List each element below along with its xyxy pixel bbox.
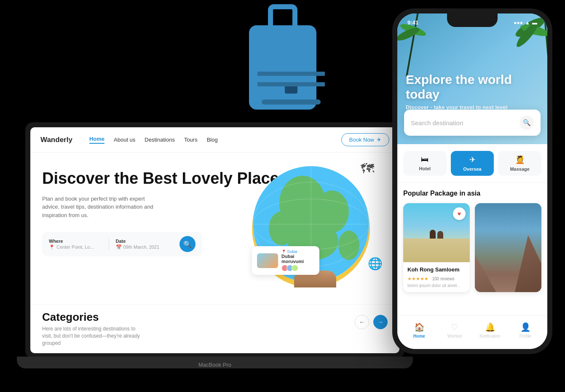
signal-icon: ●●● [514, 20, 523, 26]
luggage-stripe-2 [257, 82, 325, 86]
time-display: 9:41 [407, 19, 418, 26]
package-card-2: Long-Tail Bo... ★★★★★ 100 Lorem ipsum do… [475, 203, 541, 292]
categories-next-button[interactable]: → [373, 315, 388, 329]
date-field[interactable]: Date 📅 09th March, 2021 [109, 239, 176, 250]
dubai-pin-label: Dubai [287, 250, 297, 254]
phone-tab-massage[interactable]: 💆 Massage [498, 151, 541, 176]
pin-icon: 📍 [49, 244, 55, 250]
home-nav-label: Home [413, 334, 425, 338]
hotel-label: Hotel [419, 166, 431, 171]
phone-tab-hotel[interactable]: 🛏 Hotel [403, 151, 447, 176]
macbook-screen: Wanderly Home About us Destinations Tour… [25, 122, 404, 358]
packages-section-title: Popular Package in asia [403, 190, 541, 197]
package-2-image [475, 203, 541, 262]
package-1-stars: ★★★★★ [407, 276, 428, 281]
status-right: ●●● ▲ ▬ [514, 19, 537, 26]
iphone-notch [447, 13, 498, 27]
dubai-name: Dubai moruvumi [281, 254, 314, 264]
hotel-icon: 🛏 [421, 155, 428, 164]
macbook-label: MacBook Pro [25, 358, 404, 368]
dubai-pin-icon: 📍 [281, 250, 286, 254]
oversea-label: Oversea [463, 166, 481, 172]
svg-point-5 [269, 212, 294, 245]
notification-nav-label: Notification [479, 334, 500, 338]
oversea-icon: ✈ [469, 155, 476, 164]
avatar-3 [292, 265, 298, 271]
iphone-screen: 9:41 ●●● ▲ ▬ Explore the world today Dis… [397, 13, 547, 349]
where-label: Where [49, 239, 102, 244]
phone-category-tabs: 🛏 Hotel ✈ Oversea 💆 Massage [397, 144, 547, 183]
nav-link-about[interactable]: About us [114, 137, 135, 143]
luggage-handle [268, 4, 297, 27]
battery-icon: ▬ [532, 20, 537, 26]
nav-link-blog[interactable]: Blog [207, 137, 218, 143]
dubai-info: 📍 Dubai Dubai moruvumi [281, 250, 314, 271]
nav-link-destinations[interactable]: Destinations [145, 137, 175, 143]
phone-search-placeholder: Search destination [411, 119, 463, 126]
hero-search-bar: Where 📍 Center Point, Lo... Date 📅 09th … [42, 232, 202, 256]
iphone-outer: 9:41 ●●● ▲ ▬ Explore the world today Dis… [392, 8, 552, 354]
categories-subtitle: Here are lots of interesting destination… [42, 325, 143, 346]
phone-search-bar[interactable]: Search destination 🔍 [404, 110, 541, 136]
phone-nav-wishlist[interactable]: ♡ Wishlist [437, 322, 472, 338]
luggage-body [249, 25, 316, 110]
search-button[interactable]: 🔍 [179, 236, 195, 252]
compass-icon: 🌐 [368, 257, 383, 271]
phone-nav-notification[interactable]: 🔔 Notification [472, 322, 508, 338]
date-label: Date [116, 239, 169, 244]
categories-prev-button[interactable]: ← [355, 315, 369, 329]
dubai-avatars [281, 265, 314, 271]
package-card-1: ♥ Koh Rong Samloem ★★★★★ 100 reviews lor… [403, 203, 470, 292]
globe-area: 🗺 🌐 📍 Dubai Dubai moruvumi [244, 153, 387, 296]
iphone-device: 9:41 ●●● ▲ ▬ Explore the world today Dis… [392, 8, 552, 379]
massage-label: Massage [510, 166, 529, 172]
massage-icon: 💆 [515, 155, 525, 164]
where-value: 📍 Center Point, Lo... [49, 244, 102, 250]
wifi-icon: ▲ [525, 20, 530, 26]
phone-hero-text: Explore the world today Discover - take … [406, 72, 539, 110]
package-1-reviews: 100 reviews [432, 277, 454, 281]
website-content: Wanderly Home About us Destinations Tour… [30, 127, 399, 353]
profile-nav-icon: 👤 [520, 322, 531, 332]
phone-hero-title: Explore the world today [406, 72, 539, 102]
macbook-device: Wanderly Home About us Destinations Tour… [25, 122, 404, 379]
hero-subtitle: Plan and book your perfect trip with exp… [42, 195, 160, 220]
phone-nav-profile[interactable]: 👤 Profile [508, 322, 543, 338]
phone-nav-home[interactable]: 🏠 Home [402, 322, 437, 338]
package-1-desc: lorem ipsum dolor sit amet... [407, 283, 466, 288]
map-icon: 🗺 [361, 161, 374, 177]
phone-search-icon-button[interactable]: 🔍 [519, 115, 534, 130]
packages-row: ♥ Koh Rong Samloem ★★★★★ 100 reviews lor… [403, 203, 541, 292]
package-1-wishlist-button[interactable]: ♥ [453, 207, 466, 220]
website-nav: Wanderly Home About us Destinations Tour… [30, 127, 399, 153]
where-field[interactable]: Where 📍 Center Point, Lo... [49, 239, 109, 250]
date-value: 📅 09th March, 2021 [116, 244, 169, 250]
search-icon: 🔍 [523, 119, 531, 126]
home-nav-icon: 🏠 [414, 322, 425, 332]
dubai-card: 📍 Dubai Dubai moruvumi [252, 246, 319, 275]
wishlist-nav-label: Wishlist [447, 334, 462, 338]
phone-tab-oversea[interactable]: ✈ Oversea [451, 151, 494, 176]
wishlist-nav-icon: ♡ [451, 322, 458, 332]
nav-link-home[interactable]: Home [89, 136, 104, 144]
categories-title: Categories [42, 311, 143, 324]
luggage-icon [241, 0, 325, 122]
phone-packages-section: Popular Package in asia [397, 183, 547, 299]
phone-bottom-nav: 🏠 Home ♡ Wishlist 🔔 Notification 👤 Profi… [397, 315, 547, 349]
phone-hero: 9:41 ●●● ▲ ▬ Explore the world today Dis… [397, 13, 547, 144]
luggage-stripe-1 [257, 72, 325, 76]
notification-nav-icon: 🔔 [485, 322, 495, 332]
profile-nav-label: Profile [519, 334, 531, 338]
website-logo: Wanderly [40, 136, 72, 144]
categories-header: Categories Here are lots of interesting … [42, 311, 388, 346]
nav-link-tours[interactable]: Tours [184, 137, 198, 143]
calendar-icon: 📅 [116, 244, 122, 250]
search-icon: 🔍 [183, 240, 192, 248]
package-1-info: Koh Rong Samloem ★★★★★ 100 reviews lorem… [403, 262, 470, 292]
book-now-label: Book Now [349, 137, 374, 143]
categories-navigation: ← → [355, 315, 388, 329]
package-1-name: Koh Rong Samloem [407, 266, 466, 273]
nav-links: Home About us Destinations Tours Blog [89, 136, 341, 144]
book-now-button[interactable]: Book Now ✈ [341, 133, 389, 146]
dubai-thumbnail [257, 253, 278, 268]
